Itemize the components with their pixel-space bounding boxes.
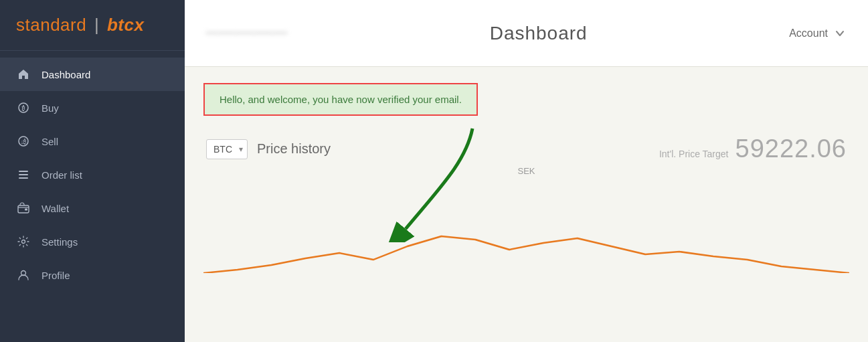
currency-dropdown[interactable]: BTC (206, 139, 248, 159)
sidebar-item-profile-label: Profile (41, 270, 70, 281)
page-title: Dashboard (490, 23, 588, 44)
logo-divider: | (94, 15, 99, 35)
svg-point-9 (22, 240, 25, 244)
svg-rect-8 (25, 209, 27, 211)
header: •••••••••••••••••••••• Dashboard Account (185, 0, 868, 67)
sidebar-item-sell-label: Sell (41, 136, 58, 147)
logo-area: standard | btcx (0, 0, 185, 51)
logo: standard | btcx (16, 15, 169, 35)
header-user-info: •••••••••••••••••••••• (206, 28, 288, 38)
svg-text:₿: ₿ (21, 104, 25, 112)
settings-icon (16, 234, 31, 249)
arrow-annotation (385, 122, 493, 245)
chart-area: SEK (203, 166, 849, 273)
sidebar-item-settings-label: Settings (41, 236, 78, 248)
notification-message: Hello, and welcome, you have now verifie… (220, 94, 462, 105)
svg-rect-4 (19, 171, 28, 172)
wallet-icon (16, 201, 31, 216)
svg-rect-5 (19, 174, 28, 175)
sidebar-item-dashboard[interactable]: Dashboard (0, 58, 185, 91)
sidebar-item-wallet-label: Wallet (41, 203, 69, 214)
profile-icon (16, 268, 31, 282)
price-target-label: Int'l. Price Target (659, 149, 729, 159)
sidebar-item-order-list[interactable]: Order list (0, 158, 185, 191)
currency-select-wrap[interactable]: BTC (206, 139, 248, 159)
price-value: 59222.06 (735, 135, 847, 163)
account-label: Account (789, 27, 828, 39)
sidebar-item-buy-label: Buy (41, 102, 59, 114)
logo-standard: standard (16, 15, 86, 35)
content-area: Hello, and welcome, you have now verifie… (185, 67, 868, 342)
sidebar: standard | btcx Dashboard ₿ Buy (0, 0, 185, 342)
sidebar-item-wallet[interactable]: Wallet (0, 191, 185, 225)
price-chart (203, 179, 849, 273)
price-history-label: Price history (257, 141, 331, 157)
price-history-section: BTC Price history Int'l. Price Target 59… (203, 135, 849, 163)
logo-btcx: btcx (107, 15, 144, 35)
price-left: BTC Price history (206, 139, 331, 159)
sidebar-item-dashboard-label: Dashboard (41, 69, 90, 80)
account-menu[interactable]: Account (789, 27, 847, 40)
notification-banner: Hello, and welcome, you have now verifie… (203, 83, 478, 116)
sidebar-nav: Dashboard ₿ Buy ↓₿ Sell (0, 51, 185, 292)
sidebar-item-settings[interactable]: Settings (0, 225, 185, 258)
svg-rect-6 (19, 177, 28, 179)
currency-unit-label: SEK (517, 166, 535, 176)
main-content: •••••••••••••••••••••• Dashboard Account… (185, 0, 868, 342)
sidebar-item-profile[interactable]: Profile (0, 258, 185, 292)
sidebar-item-sell[interactable]: ↓₿ Sell (0, 124, 185, 158)
sidebar-item-buy[interactable]: ₿ Buy (0, 91, 185, 124)
svg-text:↓₿: ↓₿ (21, 139, 27, 145)
list-icon (16, 167, 31, 182)
chevron-down-icon (833, 27, 847, 40)
buy-icon: ₿ (16, 100, 31, 115)
price-right: Int'l. Price Target 59222.06 (659, 135, 847, 163)
sidebar-item-order-list-label: Order list (41, 169, 82, 181)
home-icon (16, 67, 31, 82)
sell-icon: ↓₿ (16, 134, 31, 149)
